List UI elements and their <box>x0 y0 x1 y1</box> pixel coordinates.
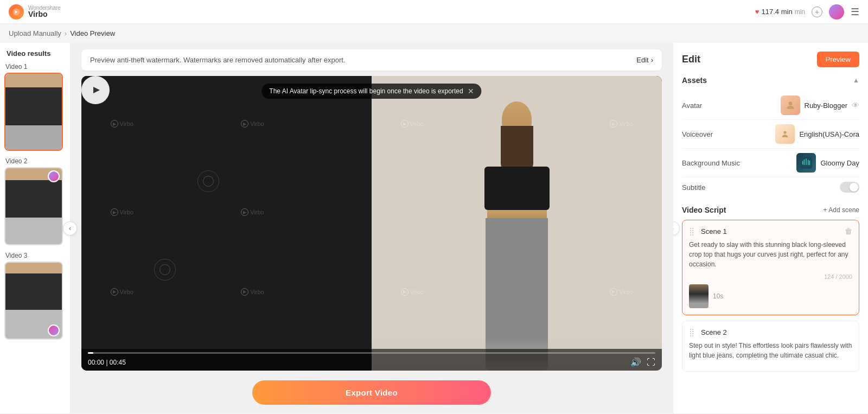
edit-link[interactable]: Edit › <box>636 56 653 64</box>
avatar-value: Ruby-Blogger 👁 <box>781 95 860 115</box>
wm-6: ▶ Virbo <box>241 288 264 296</box>
tooltip-close-button[interactable]: ✕ <box>468 87 474 95</box>
scene-2-header: ⣿ Scene 2 <box>689 328 852 336</box>
video-item-3[interactable]: Video 3 <box>4 252 66 340</box>
credits-value: 117.4 min <box>762 8 793 16</box>
ai-avatar-tooltip: The AI Avatar lip-sync process will begi… <box>261 84 481 99</box>
credits-display: ♥ 117.4 min min <box>755 8 805 16</box>
background-music-row: Background Music Gloomy Day <box>682 149 859 177</box>
volume-icon[interactable]: 🔊 <box>630 357 641 367</box>
script-header: Video Script + Add scene <box>682 206 859 214</box>
wm-1: ▶ Virbo <box>111 120 133 128</box>
total-time: 00:45 <box>110 359 126 366</box>
scene-1-card[interactable]: ⣿ Scene 1 🗑 Get ready to slay with this … <box>682 220 859 315</box>
wm-r4: ▶ Virbo <box>610 288 633 296</box>
content-area: ‹ Preview anti-theft watermark. Watermar… <box>71 43 673 413</box>
topbar-right: ♥ 117.4 min min + ☰ <box>755 4 859 20</box>
breadcrumb-current: Video Preview <box>70 29 115 37</box>
breadcrumb: Upload Manually › Video Preview <box>0 24 868 43</box>
subtitle-toggle[interactable] <box>840 182 859 193</box>
video-right-half: ▶ Virbo ▶ Virbo ▶ Virbo ▶ Virbo <box>372 76 662 371</box>
scene-2-label: Scene 2 <box>701 328 727 336</box>
preview-button[interactable]: Preview <box>817 52 859 67</box>
credits-unit: min <box>795 8 805 16</box>
music-name: Gloomy Day <box>820 159 859 167</box>
assets-collapse-icon[interactable]: ▲ <box>853 77 859 84</box>
sidebar-title: Video results <box>4 49 66 58</box>
toggle-circle <box>850 183 858 192</box>
panel-header: Edit Preview <box>682 52 859 67</box>
video-label-3: Video 3 <box>4 252 66 259</box>
video-thumb-2[interactable] <box>4 167 63 245</box>
scene-2-drag-handle[interactable]: ⣿ <box>689 328 694 336</box>
voiceover-value: English(USA)-Cora <box>775 124 859 144</box>
video-thumb-1[interactable] <box>4 73 63 151</box>
heart-icon: ♥ <box>755 8 760 16</box>
subtitle-label: Subtitle <box>682 183 747 192</box>
svg-point-2 <box>784 131 787 133</box>
add-scene-button[interactable]: + Add scene <box>824 206 859 214</box>
logo-area: Wondershare Virbo <box>9 4 61 20</box>
music-value: Gloomy Day <box>796 153 859 173</box>
scene-1-drag-handle[interactable]: ⣿ <box>689 227 694 235</box>
export-button-wrap: Export Video <box>81 376 662 409</box>
avatar-visibility-icon[interactable]: 👁 <box>852 101 859 110</box>
scene-1-duration: 10s <box>713 292 723 300</box>
user-avatar[interactable] <box>829 4 844 20</box>
video-results-sidebar: Video results Video 1 Video 2 Video 3 <box>0 43 71 413</box>
video-item-1[interactable]: Video 1 <box>4 63 66 151</box>
topbar: Wondershare Virbo ♥ 117.4 min min + ☰ <box>0 0 868 24</box>
main-layout: Video results Video 1 Video 2 Video 3 <box>0 43 868 413</box>
progress-fill <box>88 352 93 354</box>
control-icons: 🔊 ⛶ <box>630 357 655 367</box>
logo-product: Virbo <box>28 10 61 18</box>
logo-icon <box>9 4 24 20</box>
music-label: Background Music <box>682 159 747 167</box>
voiceover-thumbnail <box>775 124 795 144</box>
fullscreen-icon[interactable]: ⛶ <box>647 358 655 367</box>
scene-1-char-count: 124 / 2000 <box>689 273 852 280</box>
video-controls: 00:00 | 00:45 🔊 ⛶ <box>81 349 662 371</box>
menu-icon[interactable]: ☰ <box>851 6 859 18</box>
music-thumbnail <box>796 153 816 173</box>
scene-2-card[interactable]: ⣿ Scene 2 Step out in style! This effort… <box>682 321 859 372</box>
time-display: 00:00 | 00:45 <box>88 359 126 366</box>
video-person-figure <box>446 91 588 371</box>
scene-1-media-row: 10s <box>689 284 852 308</box>
wm-circle-2 <box>154 259 176 281</box>
scene-2-title-row: ⣿ Scene 2 <box>689 328 727 336</box>
video-item-2[interactable]: Video 2 <box>4 157 66 245</box>
video-label-2: Video 2 <box>4 157 66 165</box>
panel-title: Edit <box>682 54 700 65</box>
scene-1-header: ⣿ Scene 1 🗑 <box>689 227 852 235</box>
breadcrumb-separator: › <box>65 29 67 37</box>
watermark-text: Preview anti-theft watermark. Watermarks… <box>90 56 346 64</box>
avatar-thumbnail <box>781 95 800 115</box>
assets-section-header: Assets ▲ <box>682 76 859 85</box>
play-button[interactable] <box>81 76 110 104</box>
progress-bar[interactable] <box>88 352 655 354</box>
scene-1-title-row: ⣿ Scene 1 <box>689 227 727 235</box>
export-video-button[interactable]: Export Video <box>252 380 491 405</box>
add-credits-button[interactable]: + <box>812 7 822 17</box>
video-left-half: ▶ Virbo ▶ Virbo ▶ Virbo ▶ Virbo ▶ Virb <box>81 76 372 371</box>
avatar-name: Ruby-Blogger <box>805 101 848 110</box>
scene-1-text: Get ready to slay with this stunning bla… <box>689 240 852 269</box>
video-thumb-3[interactable] <box>4 262 63 340</box>
wm-circle-1 <box>197 170 219 192</box>
script-title: Video Script <box>682 206 726 214</box>
tooltip-text: The AI Avatar lip-sync process will begi… <box>269 87 463 95</box>
scene-1-delete-icon[interactable]: 🗑 <box>845 227 852 235</box>
scene-1-thumbnail <box>689 284 709 308</box>
voiceover-label: Voiceover <box>682 130 747 138</box>
wm-4: ▶ Virbo <box>241 208 264 216</box>
wm-3: ▶ Virbo <box>111 208 133 216</box>
wm-r3: ▶ Virbo <box>401 288 424 296</box>
subtitle-row: Subtitle <box>682 177 859 197</box>
breadcrumb-parent[interactable]: Upload Manually <box>9 29 61 37</box>
right-panel: › Edit Preview Assets ▲ Avatar <box>673 43 868 413</box>
sidebar-collapse-button[interactable]: ‹ <box>63 221 77 235</box>
panel-inner: Edit Preview Assets ▲ Avatar <box>673 43 868 386</box>
video-script-section: Video Script + Add scene ⣿ Scene 1 🗑 Get… <box>682 206 859 372</box>
avatar-row: Avatar Ruby-Blogger 👁 <box>682 91 859 120</box>
